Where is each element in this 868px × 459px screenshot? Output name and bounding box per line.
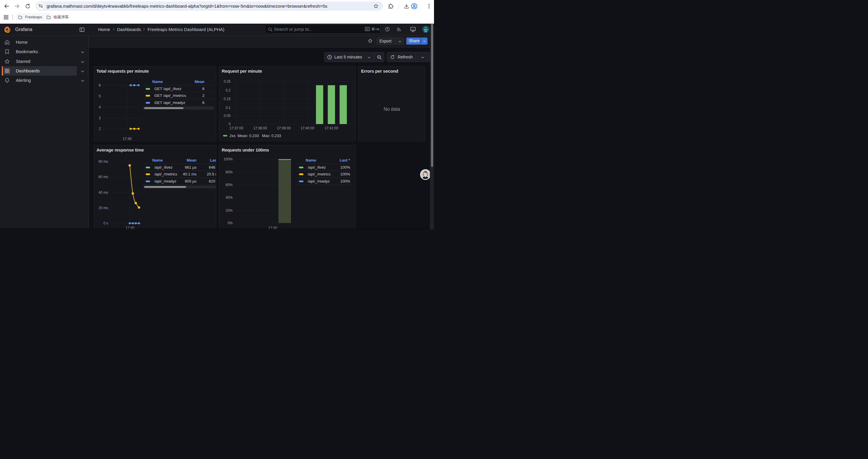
svg-text:17:38:00: 17:38:00 [253, 126, 267, 130]
svg-text:60 ms: 60 ms [98, 175, 108, 179]
svg-text:17:39:00: 17:39:00 [277, 126, 291, 130]
svg-text:60%: 60% [225, 183, 232, 187]
svg-text:4: 4 [99, 105, 101, 109]
svg-text:20 ms: 20 ms [98, 206, 108, 210]
svg-text:5: 5 [99, 94, 101, 98]
svg-text:0.15: 0.15 [224, 97, 231, 101]
svg-text:17:40:00: 17:40:00 [301, 126, 314, 130]
svg-text:0.2: 0.2 [225, 88, 230, 93]
svg-text:3: 3 [99, 116, 101, 120]
svg-text:0: 0 [228, 122, 230, 126]
svg-text:0 s: 0 s [103, 221, 108, 225]
svg-text:0%: 0% [227, 221, 233, 225]
svg-text:40%: 40% [225, 196, 232, 200]
svg-text:20%: 20% [225, 208, 232, 212]
svg-text:17:41:00: 17:41:00 [324, 126, 338, 130]
svg-text:80%: 80% [225, 170, 232, 174]
svg-text:17:40: 17:40 [123, 136, 131, 140]
svg-text:0.05: 0.05 [224, 114, 231, 118]
svg-text:0.1: 0.1 [225, 105, 230, 109]
svg-text:2: 2 [99, 127, 101, 131]
svg-text:0.25: 0.25 [224, 79, 231, 84]
svg-text:40 ms: 40 ms [98, 190, 108, 194]
svg-text:17:37:00: 17:37:00 [229, 126, 243, 130]
